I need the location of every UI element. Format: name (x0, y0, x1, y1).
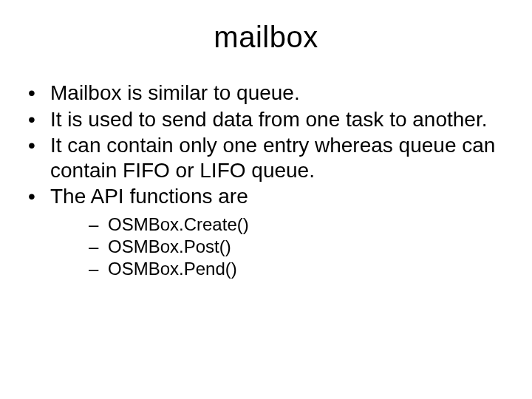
bullet-text: The API functions are (50, 185, 248, 208)
slide-title: mailbox (18, 21, 514, 54)
sub-list: OSMBox.Create() OSMBox.Post() OSMBox.Pen… (50, 214, 514, 280)
sub-item: OSMBox.Post() (50, 236, 514, 258)
sub-item: OSMBox.Create() (50, 214, 514, 236)
bullet-item: The API functions are OSMBox.Create() OS… (18, 184, 514, 280)
bullet-item: It is used to send data from one task to… (18, 107, 514, 132)
sub-item: OSMBox.Pend() (50, 258, 514, 280)
bullet-item: Mailbox is similar to queue. (18, 81, 514, 106)
bullet-item: It can contain only one entry whereas qu… (18, 133, 514, 183)
bullet-list: Mailbox is similar to queue. It is used … (18, 81, 514, 280)
